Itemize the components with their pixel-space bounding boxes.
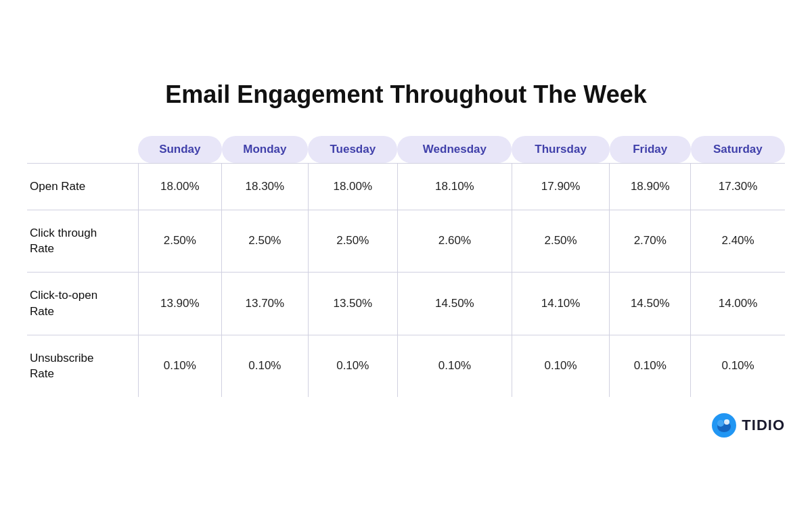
table-row: Open Rate18.00%18.30%18.00%18.10%17.90%1… (27, 163, 785, 210)
day-header-thursday: Thursday (512, 136, 610, 164)
metric-value: 17.30% (691, 163, 785, 210)
page-title: Email Engagement Throughout The Week (165, 80, 646, 109)
table-row: UnsubscribeRate0.10%0.10%0.10%0.10%0.10%… (27, 335, 785, 397)
svg-point-2 (717, 420, 724, 427)
metric-label: UnsubscribeRate (27, 335, 138, 397)
metric-value: 0.10% (512, 335, 610, 397)
metric-value: 18.30% (222, 163, 309, 210)
tidio-logo-icon (712, 413, 736, 438)
metric-value: 18.10% (397, 163, 512, 210)
day-header-monday: Monday (222, 136, 309, 164)
day-header-friday: Friday (610, 136, 691, 164)
logo-area: TIDIO (27, 413, 785, 438)
metric-value: 17.90% (512, 163, 610, 210)
metric-value: 2.50% (222, 210, 309, 273)
metric-value: 0.10% (222, 335, 309, 397)
metric-value: 0.10% (308, 335, 397, 397)
svg-point-3 (724, 419, 729, 425)
metric-value: 0.10% (610, 335, 691, 397)
metric-value: 2.50% (512, 210, 610, 273)
day-header-wednesday: Wednesday (397, 136, 512, 164)
metric-value: 2.70% (610, 210, 691, 273)
day-header-saturday: Saturday (691, 136, 785, 164)
metric-value: 2.50% (138, 210, 222, 273)
metric-value: 13.50% (308, 273, 397, 335)
metric-value: 0.10% (397, 335, 512, 397)
empty-corner (27, 136, 138, 164)
metric-value: 14.50% (610, 273, 691, 335)
metric-value: 2.60% (397, 210, 512, 273)
table-wrapper: SundayMondayTuesdayWednesdayThursdayFrid… (27, 136, 785, 398)
metric-value: 14.50% (397, 273, 512, 335)
metric-label: Click throughRate (27, 210, 138, 273)
metric-label: Open Rate (27, 163, 138, 210)
metric-label: Click-to-openRate (27, 273, 138, 335)
day-header-sunday: Sunday (138, 136, 222, 164)
engagement-table: SundayMondayTuesdayWednesdayThursdayFrid… (27, 136, 785, 398)
metric-value: 2.40% (691, 210, 785, 273)
metric-value: 13.90% (138, 273, 222, 335)
metric-value: 14.00% (691, 273, 785, 335)
table-row: Click-to-openRate13.90%13.70%13.50%14.50… (27, 273, 785, 335)
metric-value: 14.10% (512, 273, 610, 335)
metric-value: 2.50% (308, 210, 397, 273)
table-row: Click throughRate2.50%2.50%2.50%2.60%2.5… (27, 210, 785, 273)
tidio-logo-text: TIDIO (742, 417, 785, 434)
metric-value: 18.00% (138, 163, 222, 210)
metric-value: 18.00% (308, 163, 397, 210)
metric-value: 0.10% (691, 335, 785, 397)
metric-value: 0.10% (138, 335, 222, 397)
metric-value: 18.90% (610, 163, 691, 210)
metric-value: 13.70% (222, 273, 309, 335)
day-header-tuesday: Tuesday (308, 136, 397, 164)
